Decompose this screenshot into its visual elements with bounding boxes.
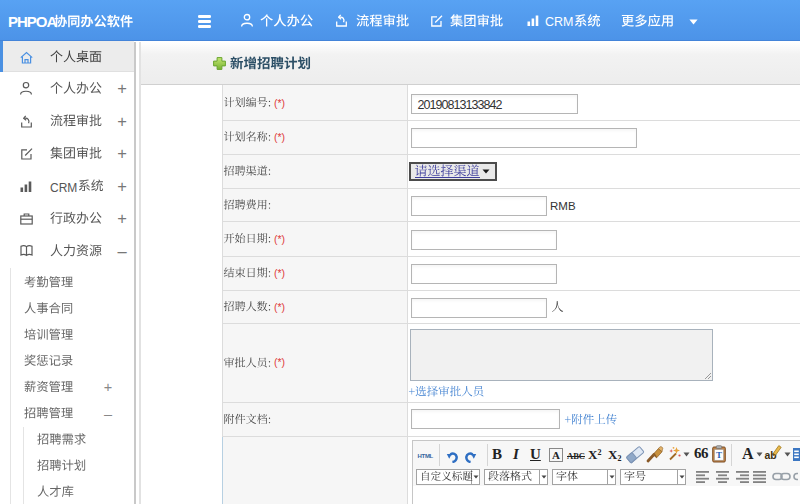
svg-text:T: T	[716, 450, 722, 460]
